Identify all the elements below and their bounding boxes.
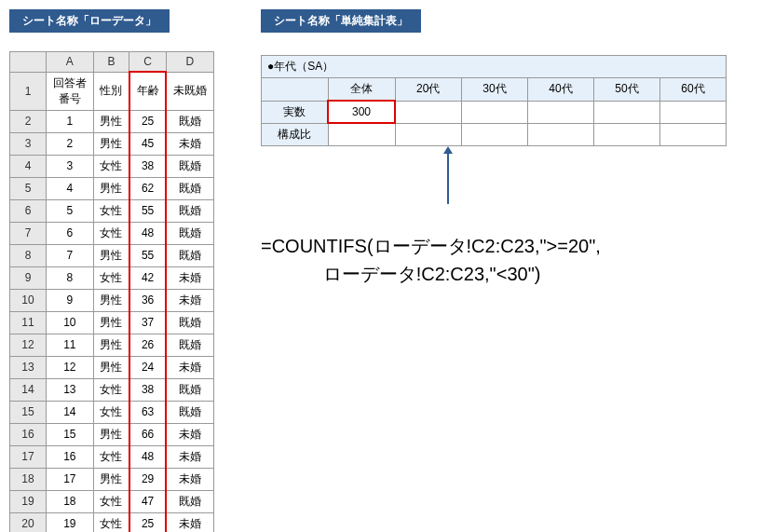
sheet-tab-summary: シート名称「単純集計表」	[261, 9, 421, 33]
cell-ms: 既婚	[166, 177, 213, 199]
cell-sex: 男性	[93, 132, 129, 155]
cell-sex: 女性	[93, 512, 129, 532]
cell-ms: 未婚	[166, 445, 213, 468]
ratio-total	[328, 123, 395, 145]
row-number: 3	[10, 132, 47, 155]
arrow-annotation	[261, 148, 752, 223]
cell-id: 18	[47, 490, 94, 512]
cell-id: 15	[47, 423, 94, 445]
header-sex: 性別	[93, 72, 129, 110]
cell-age: 55	[129, 244, 166, 266]
row-number: 6	[10, 199, 47, 222]
cell-age: 36	[129, 289, 166, 311]
cell-id: 7	[47, 244, 94, 266]
cell-ms: 未婚	[166, 423, 213, 445]
ratio-40s	[528, 123, 594, 145]
cell-age: 48	[129, 222, 166, 244]
cell-id: 10	[47, 311, 94, 334]
formula-line1: =COUNTIFS(ローデータ!C2:C23,">=20",	[261, 236, 601, 256]
cell-age: 26	[129, 334, 166, 356]
cell-age: 25	[129, 512, 166, 532]
col-total: 全体	[328, 78, 395, 102]
cell-sex: 男性	[93, 244, 129, 266]
total-count-cell: 300	[328, 101, 395, 123]
header-age: 年齢	[129, 72, 166, 110]
count-50s	[594, 101, 660, 123]
cell-ms: 未婚	[166, 289, 213, 311]
cell-age: 55	[129, 199, 166, 222]
row-number: 7	[10, 222, 47, 244]
row-number: 19	[10, 490, 47, 512]
row-number: 9	[10, 266, 47, 289]
summary-title: ●年代（SA）	[262, 56, 727, 78]
cell-age: 45	[129, 132, 166, 155]
cell-age: 24	[129, 356, 166, 378]
ratio-20s	[395, 123, 462, 145]
cell-ms: 既婚	[166, 110, 213, 132]
cell-ms: 未婚	[166, 468, 213, 490]
ratio-60s	[660, 123, 727, 145]
cell-ms: 既婚	[166, 244, 213, 266]
cell-id: 19	[47, 512, 94, 532]
formula-line2: ローデータ!C2:C23,"<30")	[323, 264, 541, 284]
row-1: 1	[10, 72, 47, 110]
cell-ms: 既婚	[166, 334, 213, 356]
row-number: 2	[10, 110, 47, 132]
corner-cell	[10, 52, 47, 73]
count-40s	[528, 101, 594, 123]
cell-sex: 女性	[93, 401, 129, 423]
col-20s: 20代	[395, 78, 462, 102]
row-number: 15	[10, 401, 47, 423]
row-number: 17	[10, 445, 47, 468]
col-60s: 60代	[660, 78, 727, 102]
formula-text: =COUNTIFS(ローデータ!C2:C23,">=20", ローデータ!C2:…	[261, 232, 752, 288]
cell-id: 14	[47, 401, 94, 423]
row-number: 13	[10, 356, 47, 378]
row-ratio: 構成比	[262, 123, 329, 145]
cell-age: 42	[129, 266, 166, 289]
cell-age: 62	[129, 177, 166, 199]
cell-id: 11	[47, 334, 94, 356]
cell-sex: 女性	[93, 222, 129, 244]
header-ms: 未既婚	[166, 72, 213, 110]
cell-age: 38	[129, 378, 166, 401]
cell-sex: 男性	[93, 311, 129, 334]
cell-id: 4	[47, 177, 94, 199]
cell-age: 48	[129, 445, 166, 468]
col-c: C	[129, 52, 166, 73]
header-id: 回答者 番号	[47, 72, 94, 110]
cell-id: 2	[47, 132, 94, 155]
cell-id: 3	[47, 155, 94, 177]
row-number: 12	[10, 334, 47, 356]
summary-table: ●年代（SA） 全体 20代 30代 40代 50代 60代 実数 300	[261, 55, 727, 146]
row-number: 11	[10, 311, 47, 334]
row-number: 20	[10, 512, 47, 532]
cell-id: 13	[47, 378, 94, 401]
cell-sex: 女性	[93, 199, 129, 222]
cell-sex: 男性	[93, 289, 129, 311]
cell-age: 66	[129, 423, 166, 445]
cell-sex: 女性	[93, 155, 129, 177]
col-a: A	[47, 52, 94, 73]
row-number: 14	[10, 378, 47, 401]
count-20s	[395, 101, 462, 123]
cell-age: 38	[129, 155, 166, 177]
cell-sex: 女性	[93, 445, 129, 468]
cell-ms: 既婚	[166, 401, 213, 423]
summary-blank	[262, 78, 329, 102]
cell-id: 5	[47, 199, 94, 222]
cell-ms: 既婚	[166, 155, 213, 177]
cell-age: 25	[129, 110, 166, 132]
cell-id: 17	[47, 468, 94, 490]
cell-sex: 女性	[93, 378, 129, 401]
row-count: 実数	[262, 101, 329, 123]
cell-sex: 男性	[93, 110, 129, 132]
cell-id: 12	[47, 356, 94, 378]
cell-sex: 男性	[93, 356, 129, 378]
cell-ms: 未婚	[166, 512, 213, 532]
cell-id: 8	[47, 266, 94, 289]
row-number: 8	[10, 244, 47, 266]
cell-ms: 既婚	[166, 378, 213, 401]
ratio-50s	[594, 123, 660, 145]
cell-age: 47	[129, 490, 166, 512]
